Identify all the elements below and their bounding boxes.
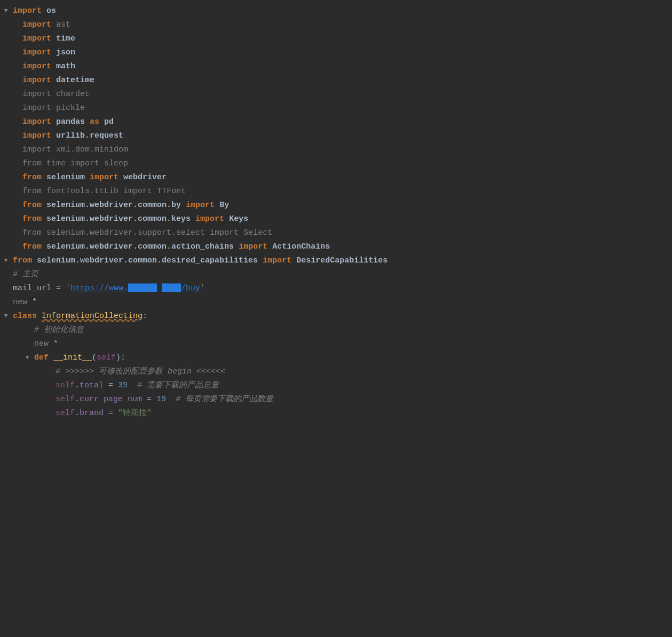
- line-content: self.curr_page_num = 19 # 每页需要下载的产品数量: [56, 393, 273, 406]
- fold-icon[interactable]: ▼: [2, 256, 10, 266]
- code-line: from selenium.webdriver.support.select i…: [0, 226, 672, 240]
- fold-icon[interactable]: ▼: [23, 353, 31, 363]
- token-space: [42, 228, 46, 237]
- line-content: class InformationCollecting:: [13, 310, 147, 323]
- token-space: [42, 242, 46, 251]
- code-line: ▼from selenium.webdriver.common.desired_…: [0, 254, 672, 268]
- token-comment-chinese: 需要下载的产品总量: [147, 381, 219, 390]
- token-space: [51, 20, 56, 29]
- token-kw-import: import: [22, 62, 51, 71]
- token-space: [215, 201, 219, 210]
- code-line: new *: [0, 337, 672, 351]
- code-line: # 主页: [0, 268, 672, 282]
- token-space: [113, 381, 118, 390]
- token-space: [51, 76, 56, 85]
- token-space: [152, 187, 157, 196]
- token-space: [13, 131, 22, 140]
- token-import-target-dim: TTFont: [157, 187, 186, 196]
- token-module-dim: time: [46, 159, 66, 168]
- token-module-dim: import: [210, 228, 239, 237]
- token-kw-import: import: [263, 256, 291, 265]
- token-space: [224, 214, 229, 224]
- code-line: import urllib.request: [0, 129, 672, 143]
- token-space: [13, 159, 22, 168]
- line-content: # 主页: [13, 268, 38, 281]
- token-space: [85, 173, 90, 182]
- line-content: import datetime: [13, 74, 94, 87]
- token-module-name-bold: selenium.webdriver.common.by: [46, 201, 181, 210]
- token-kw-import: import: [186, 201, 215, 210]
- line-content: self.total = 39 # 需要下载的产品总量: [56, 379, 219, 392]
- token-var-name: mail_url: [13, 284, 51, 293]
- line-content: from selenium import webdriver: [13, 171, 167, 184]
- code-line: import math: [0, 60, 672, 74]
- token-kw-import: import: [22, 117, 51, 126]
- token-space: [49, 353, 53, 362]
- token-module-dim: import: [22, 145, 51, 154]
- code-line: import ast: [0, 18, 672, 32]
- token-kw-from: from: [13, 256, 32, 265]
- token-comment-chinese: 可修改的配置参数: [99, 367, 163, 376]
- token-import-target: DesiredCapabilities: [296, 256, 388, 265]
- code-line: import json: [0, 46, 672, 60]
- token-url-val: https://www.██████ ████/buy: [70, 284, 200, 293]
- token-module-name-bold: math: [56, 62, 75, 71]
- token-comment: #: [137, 381, 147, 390]
- line-content: import chardet: [13, 88, 90, 101]
- token-import-target-dim: sleep: [104, 159, 128, 168]
- fold-icon[interactable]: ▼: [2, 6, 10, 16]
- token-space: [152, 395, 156, 404]
- token-import-target: Keys: [229, 214, 248, 224]
- token-space: [267, 242, 272, 251]
- code-line: import xml.dom.minidom: [0, 143, 672, 157]
- token-space: [61, 284, 66, 293]
- token-space: [42, 173, 46, 182]
- token-space: [13, 145, 22, 154]
- token-asterisk: *: [53, 339, 58, 348]
- token-import-target: ActionChains: [272, 242, 330, 251]
- token-module-name-bold: selenium.webdriver.common.desired_capabi…: [37, 256, 258, 265]
- token-kw-from: from: [22, 173, 42, 182]
- token-space: [113, 409, 118, 418]
- token-module-dim: from: [22, 228, 42, 237]
- line-content: import urllib.request: [13, 130, 123, 142]
- line-content: from selenium.webdriver.common.keys impo…: [13, 213, 248, 226]
- token-space: [42, 214, 46, 224]
- line-content: # 初始化信息: [34, 324, 84, 337]
- token-space: [42, 201, 46, 210]
- token-space: [118, 187, 123, 196]
- line-content: new *: [13, 296, 37, 309]
- line-content: import pandas as pd: [13, 116, 114, 129]
- code-line: from fontTools.ttLib import TTFont: [0, 185, 672, 198]
- token-space: [51, 90, 56, 99]
- token-space: [99, 117, 104, 126]
- fold-icon[interactable]: ▼: [2, 312, 10, 321]
- token-module-name-bold: time: [56, 34, 75, 43]
- token-str-val: ': [200, 284, 205, 293]
- token-module-dim: import: [22, 90, 51, 99]
- token-space: [51, 145, 56, 154]
- token-kw-import: import: [22, 34, 51, 43]
- token-num-val: 39: [118, 381, 128, 390]
- token-module-dim: fontTools.ttLib: [46, 187, 118, 196]
- line-content: import xml.dom.minidom: [13, 144, 128, 156]
- token-module-name-bold: selenium.webdriver.common.action_chains: [46, 242, 234, 251]
- token-space: [66, 159, 70, 168]
- token-comment-chinese: 每页需要下载的产品数量: [185, 395, 273, 404]
- token-module-dim: xml.dom.minidom: [56, 145, 128, 154]
- token-space: [291, 256, 296, 265]
- line-content: from selenium.webdriver.common.by import…: [13, 199, 229, 212]
- line-content: from selenium.webdriver.support.select i…: [13, 227, 272, 240]
- token-kw-def: def: [34, 353, 49, 362]
- code-line: ▼class InformationCollecting:: [0, 309, 672, 323]
- token-import-target: By: [219, 201, 229, 210]
- token-module-dim: from: [22, 159, 42, 168]
- token-space: [27, 298, 32, 307]
- token-space: [13, 117, 22, 126]
- line-content: import json: [13, 46, 75, 59]
- code-editor: ▼import os import ast import time import…: [0, 0, 672, 637]
- token-kw-self: self: [56, 409, 75, 418]
- token-space: [13, 228, 22, 237]
- code-line: from selenium.webdriver.common.keys impo…: [0, 212, 672, 226]
- token-punctuation: ): [116, 353, 121, 362]
